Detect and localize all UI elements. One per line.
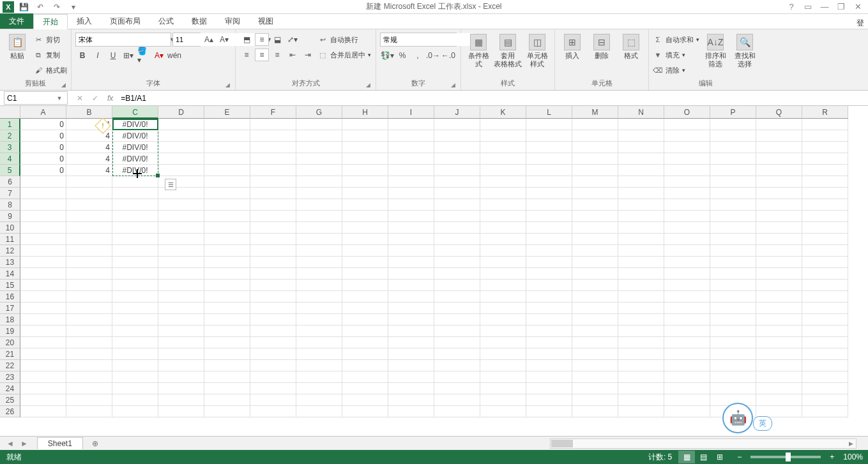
cell[interactable] xyxy=(710,142,756,153)
row-header[interactable]: 5 xyxy=(0,165,20,176)
cell[interactable] xyxy=(572,303,618,314)
cell[interactable] xyxy=(112,348,158,360)
cell[interactable] xyxy=(158,211,204,222)
cell[interactable] xyxy=(434,165,480,176)
cell[interactable] xyxy=(342,188,388,199)
cell[interactable] xyxy=(388,165,434,176)
cell[interactable] xyxy=(388,406,434,417)
cell[interactable] xyxy=(526,211,572,222)
cell[interactable] xyxy=(802,383,848,394)
column-header[interactable]: E xyxy=(204,106,250,119)
cell[interactable] xyxy=(480,165,526,176)
cell[interactable] xyxy=(20,268,66,280)
border-button[interactable]: ⊞▾ xyxy=(121,49,135,62)
name-box[interactable]: ▼ xyxy=(4,91,68,105)
column-header[interactable]: D xyxy=(158,106,204,119)
cell[interactable]: 4 xyxy=(66,142,112,153)
cell[interactable] xyxy=(618,394,664,406)
cell[interactable] xyxy=(112,176,158,188)
cell[interactable] xyxy=(342,234,388,245)
cell[interactable] xyxy=(158,383,204,394)
cell[interactable] xyxy=(480,371,526,383)
cell[interactable] xyxy=(756,360,802,371)
cell[interactable] xyxy=(204,130,250,142)
cell[interactable] xyxy=(618,165,664,176)
cell[interactable] xyxy=(296,268,342,280)
row-header[interactable]: 12 xyxy=(0,245,20,257)
cell[interactable] xyxy=(158,257,204,268)
cell[interactable] xyxy=(802,394,848,406)
cell[interactable] xyxy=(756,153,802,165)
cell[interactable] xyxy=(756,291,802,303)
merge-center-button[interactable]: ⬚合并后居中▾ xyxy=(317,48,371,62)
cell[interactable] xyxy=(342,153,388,165)
cell[interactable] xyxy=(618,383,664,394)
cell[interactable] xyxy=(20,337,66,348)
phonetic-button[interactable]: wén xyxy=(167,49,181,62)
cell[interactable] xyxy=(204,406,250,417)
row-header[interactable]: 24 xyxy=(0,383,20,394)
cell[interactable] xyxy=(756,303,802,314)
cell[interactable] xyxy=(250,383,296,394)
cell[interactable] xyxy=(204,234,250,245)
cell[interactable] xyxy=(572,291,618,303)
cell[interactable] xyxy=(618,337,664,348)
cell[interactable] xyxy=(434,360,480,371)
cell[interactable] xyxy=(342,119,388,130)
cell[interactable] xyxy=(526,314,572,326)
cell[interactable] xyxy=(664,130,710,142)
row-header[interactable]: 26 xyxy=(0,406,20,417)
cell[interactable] xyxy=(296,119,342,130)
cell[interactable]: #DIV/0! xyxy=(112,165,158,176)
cell[interactable] xyxy=(296,245,342,257)
cell[interactable] xyxy=(618,268,664,280)
cell[interactable] xyxy=(802,222,848,234)
fill-color-button[interactable]: 🪣▾ xyxy=(137,49,151,62)
delete-cells-button[interactable]: ⊟删除 xyxy=(588,33,615,60)
fx-icon[interactable]: fx xyxy=(107,94,118,103)
cell[interactable] xyxy=(710,211,756,222)
enter-formula-button[interactable]: ✓ xyxy=(89,94,101,103)
cell[interactable] xyxy=(204,188,250,199)
cell[interactable] xyxy=(526,303,572,314)
qat-undo-button[interactable]: ↶ xyxy=(33,1,47,13)
cell[interactable] xyxy=(756,394,802,406)
cell[interactable] xyxy=(572,394,618,406)
font-size-combo[interactable]: ▼ xyxy=(172,33,201,47)
cell[interactable] xyxy=(342,291,388,303)
cell[interactable] xyxy=(572,130,618,142)
scrollbar-thumb[interactable] xyxy=(551,440,573,447)
cell[interactable] xyxy=(480,176,526,188)
cell[interactable] xyxy=(434,188,480,199)
cell[interactable] xyxy=(572,268,618,280)
cell[interactable] xyxy=(756,211,802,222)
cell[interactable] xyxy=(388,280,434,291)
column-header[interactable]: P xyxy=(710,106,756,119)
sheet-tab-active[interactable]: Sheet1 xyxy=(37,437,83,449)
row-header[interactable]: 2 xyxy=(0,130,20,142)
cell[interactable] xyxy=(158,406,204,417)
alignment-dialog-launcher[interactable]: ◢ xyxy=(364,81,372,89)
cell[interactable] xyxy=(756,176,802,188)
cell[interactable] xyxy=(664,165,710,176)
cell[interactable] xyxy=(112,303,158,314)
row-header[interactable]: 17 xyxy=(0,303,20,314)
cell[interactable] xyxy=(664,211,710,222)
cell[interactable] xyxy=(250,153,296,165)
cell[interactable] xyxy=(572,371,618,383)
cell[interactable] xyxy=(158,222,204,234)
cell[interactable] xyxy=(250,337,296,348)
cell[interactable] xyxy=(710,257,756,268)
cell[interactable] xyxy=(296,303,342,314)
cell[interactable] xyxy=(342,280,388,291)
cell[interactable] xyxy=(296,348,342,360)
cell[interactable] xyxy=(158,119,204,130)
align-left-button[interactable]: ≡ xyxy=(240,49,254,61)
cell[interactable] xyxy=(526,188,572,199)
cell[interactable] xyxy=(296,383,342,394)
cell[interactable] xyxy=(388,130,434,142)
cell[interactable] xyxy=(710,291,756,303)
cell[interactable] xyxy=(204,176,250,188)
increase-decimal-button[interactable]: .0→ xyxy=(426,49,440,62)
column-header[interactable]: A xyxy=(20,106,66,119)
